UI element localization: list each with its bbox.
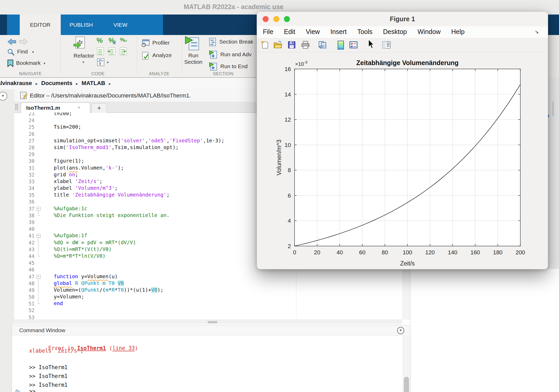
profiler-icon <box>141 39 150 47</box>
svg-text:10: 10 <box>285 142 291 148</box>
smart-indent-button[interactable] <box>97 47 104 55</box>
figure-menu-window[interactable]: Window <box>418 28 441 36</box>
fold-gutter <box>35 219 44 226</box>
new-document-icon[interactable] <box>260 41 269 49</box>
line-number: 37 <box>14 205 35 212</box>
breadcrumb-segment[interactable]: alvinakrause <box>0 80 32 86</box>
breadcrumb-segment[interactable]: Documents <box>41 80 72 86</box>
code-line[interactable]: 47function y=Volumen(u) <box>14 273 403 280</box>
desktop-right-strip <box>547 77 559 269</box>
property-inspector-icon[interactable] <box>382 41 390 49</box>
plot-axes[interactable]: 020406080100120140160180200246810121416×… <box>257 52 548 269</box>
line-number: 47 <box>14 273 35 280</box>
group-label-section: SECTION <box>192 71 254 76</box>
code-line[interactable]: 48global R QPunkt m T0 V0 <box>14 280 403 287</box>
figure-menu-tools[interactable]: Tools <box>357 28 372 36</box>
command-prompt[interactable]: >> <box>29 388 36 392</box>
chevron-down-icon: ▾ <box>107 60 109 64</box>
return-arrow-icon: ↵ <box>124 39 128 44</box>
scrollbar-thumb[interactable] <box>404 377 409 392</box>
wrap-comments-button[interactable]: %↵ <box>120 37 128 43</box>
command-window-header: Command Window ▼ <box>12 325 410 335</box>
screen: MATLAB R2022a - academic use EDITOR PUBL… <box>0 0 559 392</box>
print-icon[interactable] <box>301 41 309 49</box>
link-plot-icon[interactable] <box>318 41 326 49</box>
figure-window[interactable]: Figure 1 FileEditViewInsertToolsDesktopW… <box>257 11 548 269</box>
breadcrumb-segment[interactable]: MATLAB <box>81 80 105 86</box>
find-button[interactable]: Find ▾ <box>7 48 15 57</box>
code-line[interactable]: 49Volumen=(QPunkt/(m*R*T0))*(u(1)+V0); <box>14 287 403 293</box>
insert-legend-icon[interactable] <box>349 41 358 49</box>
forward-arrow-icon <box>19 38 28 45</box>
new-tab-button[interactable]: + <box>91 103 107 113</box>
section-break-button[interactable]: Section Break <box>209 38 217 47</box>
close-icon[interactable]: × <box>78 105 80 110</box>
line-number: 45 <box>14 260 35 266</box>
figure-menu-file[interactable]: File <box>263 28 273 36</box>
bookmark-button[interactable]: Bookmark ▾ <box>7 59 13 68</box>
breadcrumb-separator-icon: ▸ <box>109 81 111 86</box>
fixed-point-button[interactable]: fi ▾ <box>97 58 105 68</box>
code-line[interactable]: 51end <box>14 300 403 307</box>
svg-text:60: 60 <box>359 249 365 256</box>
figure-menu-desktop[interactable]: Desktop <box>383 28 407 36</box>
error-line-link[interactable]: line 33 <box>112 345 135 351</box>
drag-handle[interactable] <box>15 104 18 110</box>
run-and-advance-button[interactable]: Run and Adv <box>209 50 218 60</box>
svg-text:140: 140 <box>448 249 458 256</box>
comment-button[interactable]: % <box>97 37 103 45</box>
save-icon[interactable] <box>288 41 296 49</box>
svg-text:Zeit/s: Zeit/s <box>400 260 415 267</box>
svg-text:8: 8 <box>288 167 291 173</box>
vertical-scrollbar[interactable] <box>403 335 410 392</box>
figure-menu-edit[interactable]: Edit <box>284 28 295 36</box>
figure-title-bar[interactable]: Figure 1 <box>257 12 548 26</box>
forward-button[interactable] <box>19 38 28 46</box>
svg-text:×10-3: ×10-3 <box>295 60 307 67</box>
back-button[interactable] <box>7 38 17 46</box>
profiler-button[interactable]: Profiler <box>141 39 150 48</box>
back-arrow-icon <box>7 38 17 45</box>
figure-menu-insert[interactable]: Insert <box>330 28 347 36</box>
file-tab[interactable]: IsoTherm1.m × <box>21 102 90 113</box>
code-line[interactable]: 50y=Volumen; <box>14 293 403 300</box>
insert-colorbar-icon[interactable] <box>336 41 345 49</box>
chevron-down-icon: ▾ <box>44 61 45 65</box>
open-file-icon[interactable] <box>274 41 282 49</box>
uncomment-button[interactable]: %✘ <box>108 37 118 45</box>
fold-gutter <box>35 165 44 171</box>
horizontal-scrollbar[interactable] <box>14 320 403 324</box>
scrollbar-thumb[interactable] <box>208 321 217 323</box>
fold-gutter <box>35 246 44 253</box>
fold-gutter <box>35 253 44 260</box>
refactor-button[interactable]: fx Refactor ▾ <box>73 36 85 53</box>
scrollbar-thumb[interactable] <box>553 102 554 116</box>
code-fold-icon[interactable] <box>35 205 44 212</box>
line-number: 35 <box>14 192 35 198</box>
tab-publish[interactable]: PUBLISH <box>61 15 102 35</box>
figure-menu-view[interactable]: View <box>306 28 320 36</box>
svg-text:12: 12 <box>285 116 291 123</box>
run-to-end-button[interactable]: Run to End <box>209 62 218 72</box>
code-fold-icon[interactable] <box>35 273 44 280</box>
run-section-button[interactable]: Run Section <box>185 36 199 53</box>
tab-editor[interactable]: EDITOR <box>20 15 61 35</box>
figure-toolbar <box>257 38 548 52</box>
panel-menu-icon[interactable]: ▼ <box>397 327 404 334</box>
code-fold-icon[interactable] <box>35 232 44 239</box>
tab-view[interactable]: VIEW <box>102 15 139 35</box>
code-line[interactable]: 53 <box>14 314 403 320</box>
fold-gutter <box>35 192 44 198</box>
fold-gutter <box>35 287 44 293</box>
analyze-icon <box>141 52 150 60</box>
indent-right-button[interactable]: ➜ <box>108 47 115 55</box>
error-code-text: xlabels 'Zeit/s'; <box>29 348 84 354</box>
fold-gutter <box>35 137 44 144</box>
svg-text:2: 2 <box>288 243 291 249</box>
figure-menu-help[interactable]: Help <box>451 28 465 36</box>
indent-left-button[interactable]: ➜ <box>120 47 127 55</box>
code-line[interactable]: 52 <box>14 307 403 314</box>
analyze-button[interactable]: Analyze <box>141 52 150 61</box>
dock-figure-icon[interactable]: ↘ <box>535 29 539 35</box>
fold-gutter <box>35 266 44 273</box>
